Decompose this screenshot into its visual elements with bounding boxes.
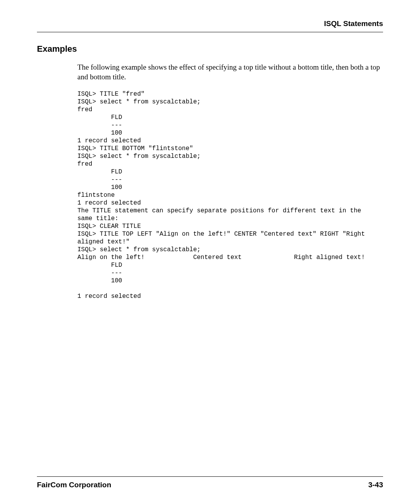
paragraph-text: The following example shows the effect o… xyxy=(77,63,380,81)
page-footer: FairCom Corporation 3-43 xyxy=(37,476,383,489)
heading-text: Examples xyxy=(37,44,77,54)
page-header: ISQL Statements xyxy=(37,19,383,32)
footer-company: FairCom Corporation xyxy=(37,481,111,489)
section-heading: Examples xyxy=(37,44,383,54)
body-paragraph: The following example shows the effect o… xyxy=(77,63,383,82)
header-title: ISQL Statements xyxy=(324,19,383,28)
code-block: ISQL> TITLE "fred" ISQL> select * from s… xyxy=(77,90,383,300)
footer-page: 3-43 xyxy=(368,481,383,489)
